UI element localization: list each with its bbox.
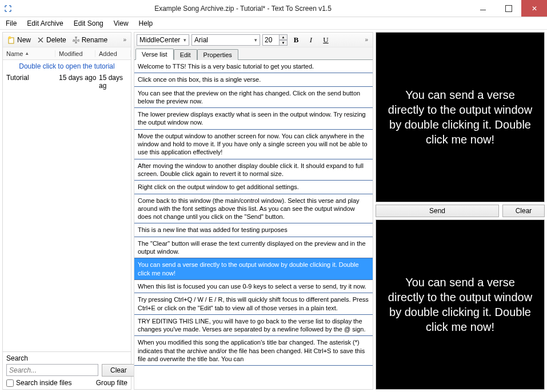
verse-item[interactable]: Right click on the output window to get … (134, 181, 373, 194)
menu-file[interactable]: File (6, 19, 17, 27)
menu-help[interactable]: Help (139, 19, 153, 27)
underline-button[interactable]: U (320, 34, 332, 46)
archive-panel: New Delete ae Rename » Name▲ Modified Ad… (2, 32, 131, 390)
window-title: Example Song Archive.zip - Tutorial* - T… (16, 5, 470, 13)
rename-button[interactable]: ae Rename (70, 35, 110, 45)
search-clear-button[interactable]: Clear (102, 364, 135, 377)
verse-item[interactable]: The "Clear" button will erase the text c… (134, 237, 373, 259)
font-select[interactable]: Arial (191, 34, 260, 46)
maximize-button[interactable] (496, 0, 521, 17)
search-section: Search Clear Search inside files Group f… (3, 351, 131, 389)
clear-button[interactable]: Clear (502, 205, 545, 217)
system-icon[interactable] (0, 0, 16, 17)
tab-properties[interactable]: Properties (197, 49, 238, 60)
search-inside-checkbox[interactable]: Search inside files (6, 379, 71, 387)
editor-tabs: Verse list Edit Properties (134, 47, 373, 60)
send-button[interactable]: Send (376, 205, 499, 217)
editor-panel: MiddleCenter Arial ▲▼ B I U » Verse list… (134, 32, 373, 390)
preview-bottom[interactable]: You can send a verse directly to the out… (376, 219, 545, 390)
archive-toolbar: New Delete ae Rename » (3, 33, 131, 47)
font-size-input[interactable] (262, 34, 280, 46)
italic-button[interactable]: I (305, 34, 317, 46)
preview-panel: You can send a verse directly to the out… (376, 32, 545, 390)
tab-verse-list[interactable]: Verse list (135, 49, 174, 60)
menu-edit-archive[interactable]: Edit Archive (27, 19, 63, 27)
font-toolbar: MiddleCenter Arial ▲▼ B I U » (134, 33, 373, 47)
delete-button[interactable]: Delete (34, 35, 69, 45)
verse-item[interactable]: Come back to this window (the main/contr… (134, 194, 373, 224)
menu-view[interactable]: View (114, 19, 129, 27)
verse-item[interactable]: This is a new line that was added for te… (134, 223, 373, 237)
font-toolbar-overflow-icon[interactable]: » (362, 37, 370, 43)
tutorial-hint: Double click to open the tutorial (3, 60, 131, 73)
tab-edit[interactable]: Edit (174, 49, 197, 60)
size-up-icon[interactable]: ▲ (280, 34, 288, 40)
col-modified[interactable]: Modified (55, 50, 95, 57)
verse-list[interactable]: Welcome to TTS! This is a very basic tut… (134, 60, 373, 389)
archive-row[interactable]: Tutorial 15 days ago 15 days ag (3, 73, 131, 91)
bold-button[interactable]: B (290, 34, 302, 46)
size-down-icon[interactable]: ▼ (280, 40, 288, 46)
verse-item[interactable]: You can see that the preview on the righ… (134, 87, 373, 109)
verse-item[interactable]: After moving the window to another displ… (134, 159, 373, 181)
verse-item[interactable]: When you modified this song the applicat… (134, 336, 373, 366)
group-filter-link[interactable]: Group filte (96, 379, 127, 387)
sort-asc-icon: ▲ (25, 51, 29, 56)
preview-top[interactable]: You can send a verse directly to the out… (376, 32, 545, 202)
svg-point-1 (9, 36, 11, 39)
new-button[interactable]: New (5, 35, 33, 45)
verse-item[interactable]: Welcome to TTS! This is a very basic tut… (134, 60, 373, 73)
verse-item[interactable]: Try pressing Ctrl+Q / W / E / R, this wi… (134, 293, 373, 315)
search-label: Search (6, 354, 127, 362)
verse-item[interactable]: When this list is focused you can use 0-… (134, 280, 373, 293)
svg-text:e: e (77, 38, 80, 43)
svg-text:a: a (73, 38, 75, 43)
titlebar: Example Song Archive.zip - Tutorial* - T… (0, 0, 547, 17)
archive-list[interactable]: Double click to open the tutorial Tutori… (3, 60, 131, 351)
verse-item[interactable]: You can send a verse directly to the out… (134, 258, 373, 280)
col-added[interactable]: Added (95, 50, 131, 57)
minimize-button[interactable] (470, 0, 496, 17)
archive-columns: Name▲ Modified Added (3, 47, 131, 60)
verse-item[interactable]: The lower preview displays exactly what … (134, 108, 373, 130)
font-size-spinner[interactable]: ▲▼ (262, 34, 288, 46)
search-input[interactable] (6, 364, 98, 376)
verse-item[interactable]: Move the output window to another screen… (134, 130, 373, 159)
close-button[interactable] (521, 0, 547, 17)
verse-item[interactable]: TRY EDITING THIS LINE, you will have to … (134, 315, 373, 337)
col-name[interactable]: Name▲ (3, 50, 55, 57)
alignment-select[interactable]: MiddleCenter (137, 34, 189, 46)
menu-edit-song[interactable]: Edit Song (74, 19, 103, 27)
menubar: File Edit Archive Edit Song View Help (0, 17, 547, 30)
verse-item[interactable]: Click once on this box, this is a single… (134, 73, 373, 86)
toolbar-overflow-icon[interactable]: » (121, 37, 129, 43)
